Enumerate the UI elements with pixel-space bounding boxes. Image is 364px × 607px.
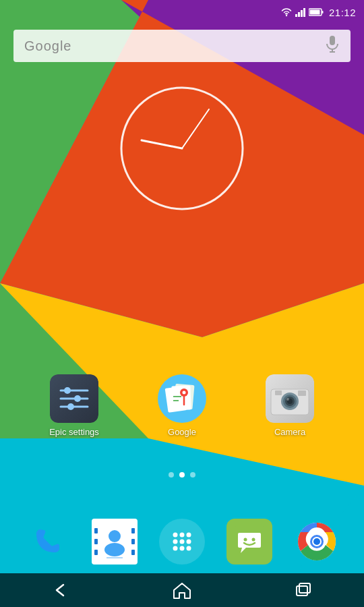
dock-messages[interactable] [226,519,272,565]
svg-rect-40 [94,539,98,544]
svg-rect-39 [94,528,98,533]
dock-contacts[interactable] [92,519,138,565]
epic-settings-icon [50,374,98,423]
svg-point-55 [180,546,185,550]
svg-rect-4 [301,10,303,17]
page-dot-2[interactable] [179,472,185,478]
svg-rect-7 [322,11,323,13]
epic-settings-label: Epic settings [49,427,99,438]
svg-rect-2 [295,14,297,17]
svg-rect-43 [131,539,135,544]
svg-point-49 [180,532,185,537]
svg-point-53 [187,539,191,544]
svg-point-63 [313,538,320,545]
microphone-icon[interactable] [325,34,340,57]
camera-icon-img [266,374,314,423]
back-button[interactable] [38,577,84,604]
home-button[interactable] [159,575,205,605]
svg-line-13 [142,140,182,148]
svg-line-14 [182,109,209,148]
svg-rect-66 [299,583,310,593]
app-epic-settings[interactable]: Epic settings [47,374,101,438]
svg-point-56 [187,546,191,550]
battery-icon [309,7,324,17]
dock-chrome[interactable] [294,519,340,565]
wifi-icon [280,7,293,17]
dock-app-drawer[interactable] [159,519,205,565]
nav-bar [0,573,364,607]
search-bar[interactable]: Google [13,30,351,62]
app-google-maps[interactable]: Google [155,374,209,438]
app-camera[interactable]: Camera [263,374,317,438]
svg-rect-41 [94,550,98,555]
clock-time: 21:12 [329,7,356,18]
svg-rect-3 [298,12,300,17]
svg-point-59 [252,538,255,541]
svg-rect-5 [303,8,305,17]
svg-point-1 [286,15,287,16]
svg-point-52 [180,539,185,544]
svg-point-20 [67,403,74,410]
signal-icon [295,7,306,17]
svg-rect-8 [309,10,320,15]
svg-point-54 [173,546,178,550]
maps-icon [158,374,206,423]
svg-rect-36 [275,391,282,395]
status-icons [280,7,324,17]
svg-point-18 [74,395,81,402]
svg-point-26 [183,391,186,395]
svg-rect-37 [298,391,306,396]
status-bar: 21:12 [0,0,364,24]
screen: 21:12 Google [0,0,364,607]
clock-widget [115,81,249,216]
dock-phone[interactable] [24,519,70,565]
svg-point-46 [104,543,125,556]
app-grid: Epic settings [0,374,364,438]
recents-button[interactable] [280,577,326,604]
svg-point-45 [109,530,121,542]
page-indicators [0,472,364,478]
svg-point-51 [173,539,178,544]
svg-point-50 [187,532,191,537]
svg-point-35 [286,398,289,401]
page-dot-1[interactable] [169,472,174,478]
google-logo: Google [24,38,72,54]
svg-rect-44 [131,550,135,555]
svg-rect-65 [297,586,307,596]
svg-point-58 [244,538,247,541]
svg-rect-42 [131,528,135,533]
google-maps-label: Google [168,427,196,438]
svg-point-16 [64,387,71,394]
svg-point-48 [173,532,178,537]
svg-rect-9 [330,36,335,45]
camera-label: Camera [274,427,305,438]
dock [0,509,364,573]
svg-rect-24 [171,386,191,411]
page-dot-3[interactable] [190,472,195,478]
